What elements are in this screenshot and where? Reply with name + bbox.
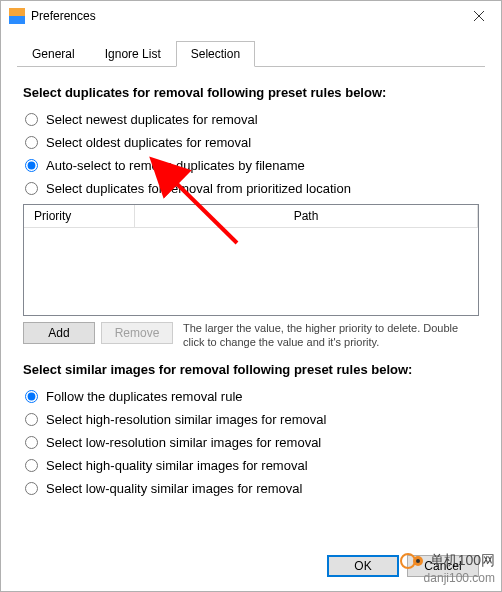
svg-rect-0 xyxy=(9,8,25,16)
priority-hint: The larger the value, the higher priorit… xyxy=(183,322,479,350)
radio-follow-label: Follow the duplicates removal rule xyxy=(46,389,243,404)
dup-option-location[interactable]: Select duplicates for removal from prior… xyxy=(23,179,479,198)
radio-newest-label: Select newest duplicates for removal xyxy=(46,112,258,127)
close-icon xyxy=(474,11,484,21)
radio-filename-label: Auto-select to remove duplicates by file… xyxy=(46,158,305,173)
priority-table[interactable]: Priority Path xyxy=(23,204,479,316)
radio-lowq-label: Select low-quality similar images for re… xyxy=(46,481,302,496)
col-priority[interactable]: Priority xyxy=(24,205,135,227)
sim-option-follow[interactable]: Follow the duplicates removal rule xyxy=(23,387,479,406)
dup-option-filename[interactable]: Auto-select to remove duplicates by file… xyxy=(23,156,479,175)
sim-option-lowres[interactable]: Select low-resolution similar images for… xyxy=(23,433,479,452)
radio-newest[interactable] xyxy=(25,113,38,126)
radio-lowres-label: Select low-resolution similar images for… xyxy=(46,435,321,450)
add-button[interactable]: Add xyxy=(23,322,95,344)
preferences-window: Preferences General Ignore List Selectio… xyxy=(0,0,502,592)
tabs-wrap: General Ignore List Selection xyxy=(1,31,501,67)
similar-heading: Select similar images for removal follow… xyxy=(23,362,479,377)
radio-location-label: Select duplicates for removal from prior… xyxy=(46,181,351,196)
col-path[interactable]: Path xyxy=(135,205,478,227)
ok-button[interactable]: OK xyxy=(327,555,399,577)
sim-option-lowq[interactable]: Select low-quality similar images for re… xyxy=(23,479,479,498)
sim-option-highres[interactable]: Select high-resolution similar images fo… xyxy=(23,410,479,429)
svg-rect-1 xyxy=(9,16,25,24)
radio-lowq[interactable] xyxy=(25,482,38,495)
cancel-button[interactable]: Cancel xyxy=(407,555,479,577)
priority-table-header: Priority Path xyxy=(24,205,478,228)
radio-filename[interactable] xyxy=(25,159,38,172)
window-title: Preferences xyxy=(31,9,457,23)
tab-selection[interactable]: Selection xyxy=(176,41,255,67)
remove-button: Remove xyxy=(101,322,173,344)
sim-option-highq[interactable]: Select high-quality similar images for r… xyxy=(23,456,479,475)
titlebar: Preferences xyxy=(1,1,501,31)
close-button[interactable] xyxy=(457,1,501,31)
radio-highres-label: Select high-resolution similar images fo… xyxy=(46,412,326,427)
priority-buttons-row: Add Remove The larger the value, the hig… xyxy=(23,322,479,350)
tab-general[interactable]: General xyxy=(17,41,90,67)
radio-highq[interactable] xyxy=(25,459,38,472)
radio-location[interactable] xyxy=(25,182,38,195)
dup-option-oldest[interactable]: Select oldest duplicates for removal xyxy=(23,133,479,152)
similar-section: Select similar images for removal follow… xyxy=(23,362,479,498)
radio-lowres[interactable] xyxy=(25,436,38,449)
radio-oldest[interactable] xyxy=(25,136,38,149)
radio-highq-label: Select high-quality similar images for r… xyxy=(46,458,308,473)
dialog-footer: OK Cancel xyxy=(1,545,501,591)
radio-follow[interactable] xyxy=(25,390,38,403)
tab-ignore-list[interactable]: Ignore List xyxy=(90,41,176,67)
app-icon xyxy=(9,8,25,24)
radio-highres[interactable] xyxy=(25,413,38,426)
dup-option-newest[interactable]: Select newest duplicates for removal xyxy=(23,110,479,129)
tabs: General Ignore List Selection xyxy=(17,41,485,67)
duplicates-heading: Select duplicates for removal following … xyxy=(23,85,479,100)
radio-oldest-label: Select oldest duplicates for removal xyxy=(46,135,251,150)
tab-content: Select duplicates for removal following … xyxy=(1,67,501,545)
